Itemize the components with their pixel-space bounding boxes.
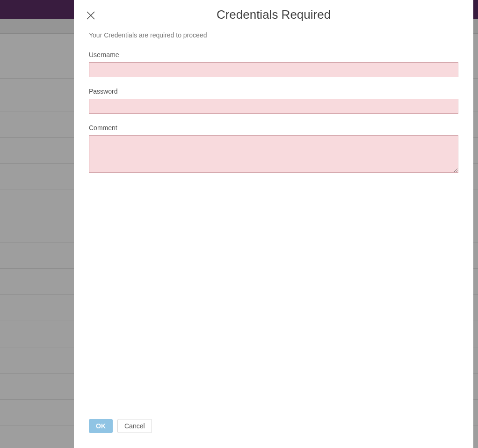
username-label: Username <box>89 51 458 59</box>
cancel-button[interactable]: Cancel <box>117 419 152 433</box>
comment-label: Comment <box>89 124 458 132</box>
close-button[interactable] <box>83 8 98 23</box>
username-input[interactable] <box>89 62 458 77</box>
ok-button[interactable]: OK <box>89 419 113 433</box>
credentials-dialog: Credentials Required Your Credentials ar… <box>74 0 473 448</box>
username-field-group: Username <box>89 51 458 77</box>
close-icon <box>87 11 95 20</box>
password-label: Password <box>89 88 458 95</box>
comment-input[interactable] <box>89 135 458 173</box>
dialog-footer: OK Cancel <box>89 419 458 433</box>
password-field-group: Password <box>89 88 458 114</box>
dialog-title: Credentials Required <box>89 0 458 31</box>
dialog-subtitle: Your Credentials are required to proceed <box>89 31 458 39</box>
password-input[interactable] <box>89 99 458 114</box>
comment-field-group: Comment <box>89 124 458 175</box>
